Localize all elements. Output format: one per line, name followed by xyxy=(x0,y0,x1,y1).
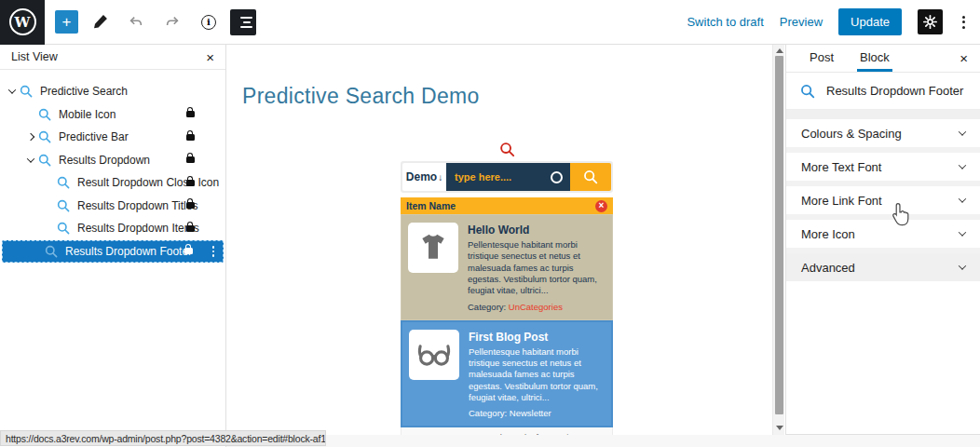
chevron-down-icon[interactable] xyxy=(27,155,34,162)
chevron-down-icon xyxy=(959,262,966,269)
kebab-icon xyxy=(212,246,215,249)
search-bar: Demo↓ xyxy=(401,161,613,193)
settings-sidebar: Post Block × Results Dropdown Footer Col… xyxy=(785,45,980,435)
item-title[interactable]: Hello World xyxy=(468,224,606,237)
scrollbar-thumb[interactable] xyxy=(775,56,783,414)
tshirt-icon xyxy=(415,229,452,266)
item-thumbnail xyxy=(409,330,459,380)
lock-icon xyxy=(186,134,195,141)
magnifier-icon xyxy=(37,153,52,168)
details-button[interactable]: i xyxy=(194,7,224,37)
preview-button[interactable]: Preview xyxy=(780,15,823,29)
panel-more-link-font[interactable]: More Link Font xyxy=(786,186,980,214)
wordpress-logo-button[interactable]: W xyxy=(0,0,45,45)
lock-icon xyxy=(186,180,195,186)
tree-item-result-dropdown-close-icon[interactable]: Result Dropdown Close Icon xyxy=(0,171,225,195)
edit-mode-button[interactable] xyxy=(85,7,115,37)
lock-icon xyxy=(186,156,195,163)
canvas-scrollbar[interactable] xyxy=(772,45,784,435)
panel-advanced[interactable]: Advanced xyxy=(786,253,980,281)
editor-canvas[interactable]: Predictive Search Demo Demo↓ Item Name × xyxy=(226,45,772,435)
chevron-down-icon xyxy=(959,161,966,169)
settings-close-button[interactable]: × xyxy=(960,51,968,65)
chevron-right-icon[interactable] xyxy=(27,133,34,141)
wordpress-logo-icon: W xyxy=(9,8,36,35)
tree-item-results-dropdown-footer[interactable]: Results Dropdown Footer xyxy=(2,240,224,264)
panel-more-icon[interactable]: More Icon xyxy=(786,220,980,248)
category-link[interactable]: Newsletter xyxy=(510,408,551,418)
results-dropdown-footer: See more search results for '%s' in: Ite… xyxy=(401,427,613,435)
kebab-icon xyxy=(962,16,965,19)
red-magnifier-icon xyxy=(498,141,516,158)
scroll-up-arrow[interactable] xyxy=(776,48,783,53)
switch-to-draft-button[interactable]: Switch to draft xyxy=(687,15,763,29)
info-icon: i xyxy=(201,15,216,30)
lock-icon xyxy=(184,248,193,254)
magnifier-icon xyxy=(56,198,71,213)
update-button[interactable]: Update xyxy=(838,8,902,35)
list-view-panel: List View × Predictive Search Mobile Ico… xyxy=(0,45,226,447)
list-view-icon xyxy=(240,17,252,19)
result-item-hello-world[interactable]: Hello World Pellentesque habitant morbi … xyxy=(401,214,613,320)
panel-more-text-font[interactable]: More Text Font xyxy=(786,153,980,181)
lock-icon xyxy=(186,225,195,232)
chevron-down-icon xyxy=(959,128,966,135)
settings-toggle-button[interactable] xyxy=(918,9,943,34)
results-close-button[interactable]: × xyxy=(595,200,607,212)
list-view-header: List View × xyxy=(0,45,225,70)
tree-item-results-dropdown-titles[interactable]: Results Dropdown Titles xyxy=(0,195,225,218)
item-title[interactable]: First Blog Post xyxy=(469,331,605,344)
result-item-first-blog-post[interactable]: First Blog Post Pellentesque habitant mo… xyxy=(401,320,613,428)
undo-icon xyxy=(128,14,144,31)
close-icon: × xyxy=(960,50,968,66)
bottom-strip xyxy=(226,435,980,447)
block-options-button[interactable] xyxy=(212,246,215,257)
search-submit-button[interactable] xyxy=(570,163,611,191)
pencil-icon xyxy=(91,13,109,31)
magnifier-icon xyxy=(44,244,59,259)
list-view-close-button[interactable]: × xyxy=(206,50,214,64)
lock-icon xyxy=(186,202,195,209)
list-view-title: List View xyxy=(11,50,58,63)
category-dropdown-button[interactable]: Demo↓ xyxy=(402,163,446,191)
magnifier-icon xyxy=(56,175,71,190)
block-inserter-button[interactable]: + xyxy=(55,10,78,34)
search-icon xyxy=(582,169,599,185)
loading-spinner-icon xyxy=(551,171,563,183)
wordpress-block-editor: W + i Switch to draft Preview xyxy=(0,0,980,447)
panel-colours-spacing[interactable]: Colours & Spacing xyxy=(786,119,980,147)
toolbar-left: + i xyxy=(55,7,256,37)
toolbar-right: Switch to draft Preview Update xyxy=(687,8,969,35)
tree-item-results-dropdown-items[interactable]: Results Dropdown Items xyxy=(0,217,225,240)
chevron-down-icon[interactable] xyxy=(8,87,16,94)
magnifier-icon xyxy=(56,221,71,236)
tree-item-mobile-icon[interactable]: Mobile Icon xyxy=(0,103,225,127)
item-thumbnail xyxy=(408,223,458,273)
undo-button[interactable] xyxy=(121,7,151,37)
editor-topbar: W + i Switch to draft Preview xyxy=(0,0,980,45)
chevron-down-icon xyxy=(959,228,966,236)
status-bar-url: https://docs.a3rev.com/wp-admin/post.php… xyxy=(0,430,326,446)
tree-item-results-dropdown[interactable]: Results Dropdown xyxy=(0,149,225,172)
selected-block-card[interactable]: Results Dropdown Footer xyxy=(786,73,980,110)
redo-button[interactable] xyxy=(157,7,187,37)
gear-icon xyxy=(922,14,938,30)
results-header: Item Name × xyxy=(401,197,613,214)
item-category: Category: Newsletter xyxy=(469,408,605,418)
lock-icon xyxy=(186,111,195,117)
tab-block[interactable]: Block xyxy=(857,45,892,72)
item-description: Pellentesque habitant morbi tristique se… xyxy=(468,239,606,297)
list-view-toggle-button[interactable] xyxy=(230,9,256,35)
tab-post[interactable]: Post xyxy=(807,45,837,72)
chevron-down-icon xyxy=(959,195,966,202)
scroll-down-arrow[interactable] xyxy=(776,426,783,430)
category-link[interactable]: UnCategories xyxy=(509,302,563,312)
page-title[interactable]: Predictive Search Demo xyxy=(242,84,480,109)
panel-divider xyxy=(786,110,980,119)
options-menu-button[interactable] xyxy=(959,12,969,33)
block-tree: Predictive Search Mobile Icon Predictive… xyxy=(0,70,225,263)
tree-item-predictive-bar[interactable]: Predictive Bar xyxy=(0,126,225,149)
search-input-wrap xyxy=(446,163,570,191)
predictive-search-widget: Demo↓ Item Name × xyxy=(401,141,613,435)
tree-item-predictive-search[interactable]: Predictive Search xyxy=(0,80,225,103)
